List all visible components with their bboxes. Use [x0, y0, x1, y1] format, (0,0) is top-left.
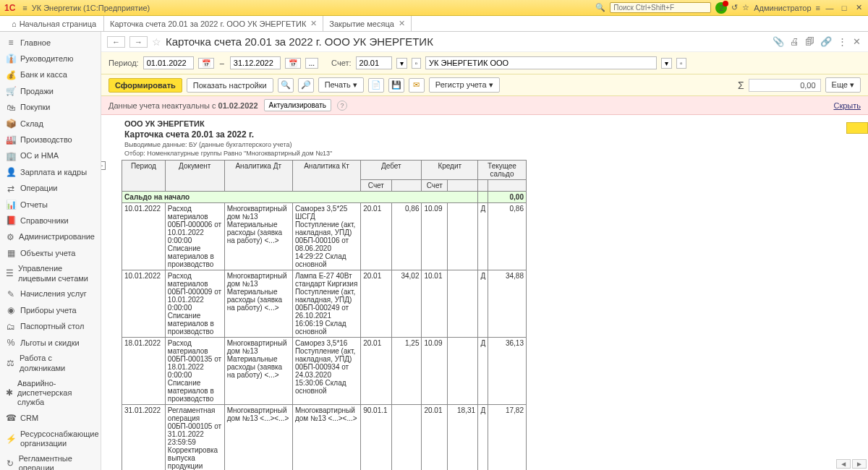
nav-item-16[interactable]: ◉Приборы учета [0, 302, 101, 318]
scroll-left-button[interactable]: ◄ [836, 459, 851, 469]
org-input[interactable] [425, 56, 657, 69]
favorite-icon[interactable]: ☆ [742, 3, 749, 12]
email-button[interactable]: ✉ [409, 78, 425, 93]
tab-bar: ⌂ Начальная страница Карточка счета 20.0… [0, 16, 868, 32]
nav-item-19[interactable]: ⚖Работа с должниками [0, 351, 101, 375]
print-button[interactable]: Печать ▾ [318, 77, 364, 93]
content-area: ← → ☆ Карточка счета 20.01 за 2022 г. ОО… [101, 32, 868, 470]
nav-fwd-button[interactable]: → [129, 36, 148, 48]
account-input[interactable] [356, 56, 392, 69]
sidebar: ≡Главное👔Руководителю💰Банк и касса🛒Прода… [0, 32, 101, 470]
period-label: Период: [109, 59, 139, 67]
print-icon[interactable]: 🖨 [788, 36, 801, 47]
cal-from-button[interactable]: 📅 [198, 58, 214, 69]
nav-item-7[interactable]: 🏢ОС и НМА [0, 148, 101, 164]
find-next-button[interactable]: 🔎 [298, 78, 314, 93]
nav-icon: 🏢 [6, 151, 16, 161]
nav-item-12[interactable]: ⚙Администрирование [0, 229, 101, 245]
nav-item-13[interactable]: ▦Объекты учета [0, 245, 101, 261]
data-row[interactable]: 10.01.2022Расход материалов 00БП-000009 … [122, 270, 527, 338]
nav-item-6[interactable]: 🏭Производство [0, 132, 101, 148]
nav-item-0[interactable]: ≡Главное [0, 35, 101, 51]
page-title: Карточка счета 20.01 за 2022 г. ООО УК Э… [166, 35, 433, 48]
save-button[interactable]: 💾 [388, 78, 404, 93]
find-button[interactable]: 🔍 [278, 78, 294, 93]
nav-icon: 📊 [6, 200, 16, 210]
nav-item-21[interactable]: ☎CRM [0, 410, 101, 426]
warning-bar: Данные учета неактуальны с 01.02.2022 Ак… [101, 96, 868, 115]
close-page-icon[interactable]: ✕ [851, 36, 862, 47]
nav-icon: 👔 [6, 54, 16, 64]
sum-icon: Σ [738, 80, 744, 91]
report-area[interactable]: ООО УК ЭНЕРГЕТИК Карточка счета 20.01 за… [101, 115, 868, 470]
nav-icon: % [6, 338, 16, 348]
start-balance-row: Сальдо на начало0,00 [122, 192, 527, 203]
nav-item-23[interactable]: ↻Регламентные операции [0, 451, 101, 470]
register-button[interactable]: Регистр учета ▾ [429, 77, 500, 93]
help-icon[interactable]: ? [337, 101, 347, 111]
nav-item-22[interactable]: ⚡Ресурсоснабжающие организации [0, 427, 101, 451]
report-header: ООО УК ЭНЕРГЕТИК Карточка счета 20.01 за… [109, 115, 861, 160]
notifications-badge[interactable]: 2 [715, 2, 727, 14]
cal-to-button[interactable]: 📅 [285, 58, 301, 69]
collapse-all-button[interactable]: − [101, 161, 106, 170]
more-button[interactable]: Еще ▾ [825, 77, 861, 93]
minimize-button[interactable]: — [825, 4, 835, 12]
more-menu-icon[interactable]: ⋮ [836, 36, 848, 47]
org-open-button[interactable]: ▫ [676, 58, 686, 69]
date-from-input[interactable] [143, 56, 194, 69]
close-window-button[interactable]: ✕ [854, 3, 864, 12]
scroll-right-button[interactable]: ► [852, 459, 867, 469]
search-icon[interactable]: 🔍 [595, 3, 605, 12]
account-select-button[interactable]: ▾ [396, 58, 407, 69]
link-icon[interactable]: 🔗 [819, 36, 833, 47]
tab-close-icon[interactable]: ✕ [310, 19, 317, 28]
nav-item-20[interactable]: ✱Аварийно-диспетчерская служба [0, 376, 101, 411]
favorite-page-icon[interactable]: ☆ [152, 36, 161, 48]
maximize-button[interactable]: □ [839, 4, 849, 12]
nav-item-18[interactable]: %Льготы и скидки [0, 335, 101, 351]
hide-warning-link[interactable]: Скрыть [833, 101, 861, 110]
global-search-input[interactable] [610, 2, 711, 13]
side-marker [846, 122, 868, 134]
nav-item-9[interactable]: ⇄Операции [0, 181, 101, 197]
user-menu-icon[interactable]: ≡ [816, 4, 820, 12]
nav-item-11[interactable]: 📕Справочники [0, 213, 101, 228]
nav-item-8[interactable]: 👤Зарплата и кадры [0, 164, 101, 180]
nav-item-17[interactable]: 🗂Паспортный стол [0, 319, 101, 335]
tab-1[interactable]: Закрытие месяца✕ [323, 16, 412, 31]
data-row[interactable]: 10.01.2022Расход материалов 00БП-000006 … [122, 203, 527, 270]
history-icon[interactable]: ↺ [731, 3, 738, 12]
app-title: УК Энергетик (1С:Предприятие) [32, 4, 150, 12]
user-label[interactable]: Администратор [754, 4, 811, 12]
attach-icon[interactable]: 📎 [771, 36, 786, 47]
copy-button[interactable]: 📄 [368, 78, 384, 93]
nav-icon: ◉ [6, 305, 16, 315]
nav-item-14[interactable]: ☰Управление лицевыми счетами [0, 261, 101, 286]
hamburger-icon[interactable]: ≡ [22, 4, 27, 12]
nav-item-3[interactable]: 🛒Продажи [0, 83, 101, 99]
titlebar: 1C ≡ УК Энергетик (1С:Предприятие) 🔍 2 ↺… [0, 0, 868, 16]
nav-item-4[interactable]: 🛍Покупки [0, 100, 101, 116]
generate-button[interactable]: Сформировать [109, 78, 182, 93]
actualize-button[interactable]: Актуализировать [264, 99, 331, 111]
tab-0[interactable]: Карточка счета 20.01 за 2022 г. ООО УК Э… [104, 16, 323, 31]
data-row[interactable]: 31.01.2022Регламентная операция 00БП-000… [122, 405, 527, 471]
show-settings-button[interactable]: Показать настройки [187, 78, 273, 93]
nav-item-5[interactable]: 📦Склад [0, 116, 101, 132]
nav-item-1[interactable]: 👔Руководителю [0, 51, 101, 67]
export-icon[interactable]: 🗐 [804, 36, 816, 47]
date-to-input[interactable] [230, 56, 281, 69]
nav-item-10[interactable]: 📊Отчеты [0, 197, 101, 213]
period-picker-button[interactable]: ... [305, 58, 318, 69]
org-select-button[interactable]: ▾ [661, 58, 672, 69]
nav-item-2[interactable]: 💰Банк и касса [0, 67, 101, 83]
nav-icon: 📦 [6, 119, 16, 129]
account-open-button[interactable]: ▫ [412, 58, 422, 69]
tab-close-icon[interactable]: ✕ [399, 19, 405, 28]
data-row[interactable]: 18.01.2022Расход материалов 00БП-000135 … [122, 338, 527, 405]
nav-item-15[interactable]: ✎Начисления услуг [0, 286, 101, 302]
home-tab[interactable]: ⌂ Начальная страница [4, 16, 104, 31]
nav-icon: ⚖ [6, 358, 15, 368]
nav-back-button[interactable]: ← [107, 36, 125, 48]
